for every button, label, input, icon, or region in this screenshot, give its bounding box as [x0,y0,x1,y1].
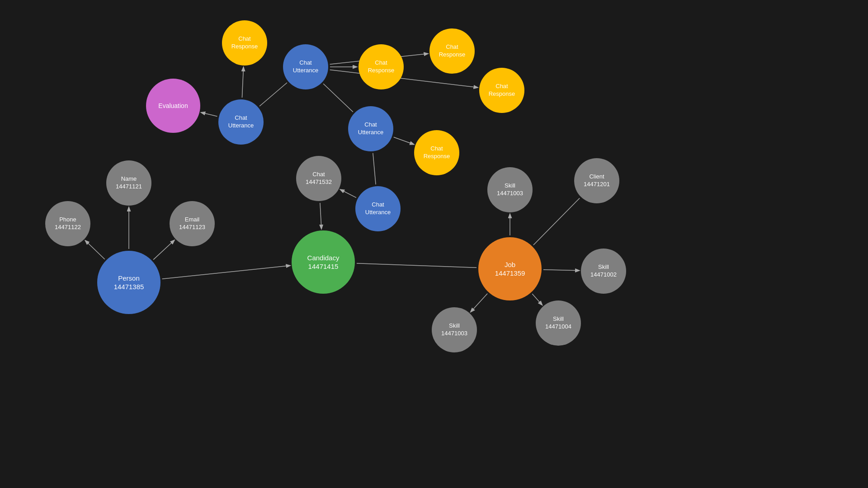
node-chat_utt3[interactable]: Chat Utterance [348,106,393,151]
svg-line-3 [162,266,290,279]
node-chat_utt1[interactable]: Chat Utterance [218,99,264,145]
node-email[interactable]: Email 14471123 [170,201,215,246]
node-skill1003b[interactable]: Skill 14471003 [432,307,477,352]
svg-line-20 [533,198,580,245]
node-chat_utt2[interactable]: Chat Utterance [283,44,328,89]
svg-line-9 [323,84,353,112]
node-evaluation[interactable]: Evaluation [146,79,200,133]
node-name[interactable]: Name 14471121 [106,160,151,206]
node-skill1004[interactable]: Skill 14471004 [536,300,581,346]
svg-line-12 [340,190,356,198]
node-client[interactable]: Client 14471201 [574,158,619,203]
svg-line-18 [471,294,487,312]
node-person[interactable]: Person 14471385 [97,251,160,314]
node-chat_resp3[interactable]: Chat Response [429,28,475,74]
node-phone[interactable]: Phone 14471122 [45,201,90,246]
node-skill1003a[interactable]: Skill 14471003 [487,167,533,212]
svg-line-13 [259,83,287,106]
node-chat_resp2[interactable]: Chat Response [359,44,404,89]
svg-line-2 [153,240,174,260]
edges-layer [0,0,868,488]
node-job[interactable]: Job 14471359 [478,237,542,300]
node-chat_14471532[interactable]: Chat 14471532 [296,156,341,201]
svg-line-5 [242,67,243,98]
svg-line-10 [394,137,414,144]
node-candidacy[interactable]: Candidacy 14471415 [292,230,355,294]
node-chat_utt4[interactable]: Chat Utterance [355,186,401,231]
svg-line-15 [357,263,476,268]
node-chat_resp4[interactable]: Chat Response [479,68,524,113]
node-chat_resp1[interactable]: Chat Response [222,20,267,66]
svg-line-11 [373,153,376,184]
svg-line-19 [532,294,542,305]
node-chat_resp5[interactable]: Chat Response [414,130,459,175]
node-skill1002[interactable]: Skill 14471002 [581,249,626,294]
svg-line-4 [201,113,217,116]
graph-canvas: Person 14471385Name 14471121Phone 144711… [0,0,868,488]
svg-line-14 [320,203,321,229]
svg-line-1 [85,240,105,259]
svg-line-17 [543,270,579,271]
